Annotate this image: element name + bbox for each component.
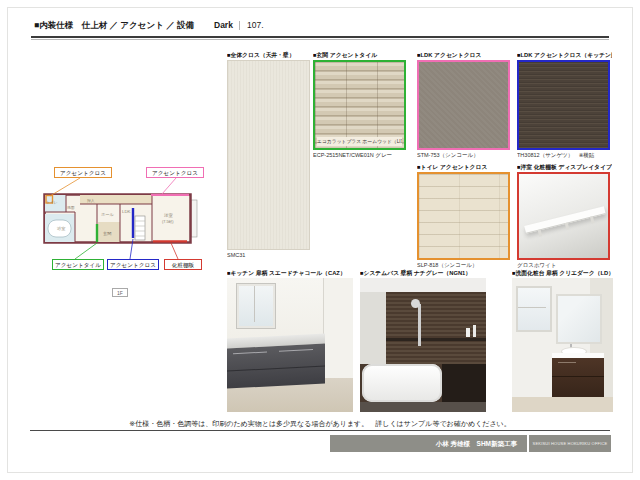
room-bath: 浴室 [56, 226, 65, 231]
swatch-header-entrance-tile: ■玄関 アクセントタイル [313, 51, 407, 60]
spec-sheet-page: ■内装仕様 仕上材 ／ アクセント ／ 設備 Dark 107. [0, 0, 640, 480]
room-ldk: LDK [122, 209, 131, 214]
swatch-header-base-cloth: ■全体クロス（天井・壁） [227, 51, 311, 60]
bath-bottle [473, 325, 476, 337]
floor-plan-drawing: トイレ 洗面 浴室 押入 ホール 玄関 LDK 洋室 (7.5帖) [40, 160, 215, 305]
swatch-caption-kitchen-wall: TH30812（サンゲツ） ※横貼 [517, 152, 612, 159]
plan-label-accent-cross-blue: アクセントクロス [107, 259, 159, 270]
leader-pink [162, 178, 176, 194]
bath-floor [360, 402, 486, 412]
floor-plan: トイレ 洗面 浴室 押入 ホール 玄関 LDK 洋室 (7.5帖) アクセントク… [40, 160, 215, 305]
shelf-peg [590, 216, 595, 224]
vanity-cabinet [552, 358, 604, 397]
window-mullion [518, 307, 546, 308]
leader-red [171, 243, 178, 259]
swatch-header-ldk-cross: ■LDK アクセントクロス [417, 51, 511, 60]
kitchen-cabinet-front [227, 343, 325, 388]
bathtub [362, 364, 442, 402]
window-mullion [254, 286, 255, 322]
header-rule [31, 36, 609, 38]
swatch-kitchen-wall [517, 60, 610, 150]
variant-label: Dark [214, 20, 233, 30]
swatch-caption-toilet-cross: SLP-818（シンコール） [417, 262, 511, 269]
swatch-header-kitchen-wall: ■LDK アクセントクロス（キッチン腰壁） [517, 51, 612, 60]
shower-column [418, 304, 421, 346]
room-hall: ホール [101, 212, 114, 217]
plan-label-accent-cross-pink: アクセントクロス [146, 167, 204, 178]
kitchen-photo [227, 278, 353, 412]
swatch-caption-ldk-cross: STM-753（シンコール） [417, 152, 511, 159]
leader-green [75, 243, 97, 259]
room-west-size: (7.5帖) [162, 219, 174, 224]
swatch-ldk-cross [417, 60, 510, 150]
floor-tag: 1F [112, 288, 128, 297]
vanity-mirror [556, 294, 602, 344]
swatch-caption-entrance-tile: ECP-2515NET/CWE01N グレー [313, 152, 409, 159]
photo-header-bath: ■システムバス 壁柄 ナチグレー（NGN1） [360, 269, 486, 278]
vanity-photo [512, 278, 613, 412]
plan-label-accent-cross-orange: アクセントクロス [54, 167, 112, 178]
bath-left-wall [360, 292, 386, 364]
balcony [191, 200, 197, 237]
swatch-entrance-tile: エコカラットプラス ホームウッド（LIXIL） [313, 60, 406, 150]
footer-bar: 小林 秀雄様 SHM新築工事 SEKISUI HOUSE HOKURIKU OF… [330, 435, 611, 452]
room-west: 洋室 [164, 213, 173, 218]
shelf-peg [565, 222, 570, 230]
swatch-product-entrance-tile: エコカラットプラス ホームウッド（LIXIL） [317, 137, 402, 146]
vanity-drawer-line [552, 376, 604, 377]
swatch-caption-display-shelf: グロスホワイト [517, 262, 612, 269]
room-toilet: トイレ [46, 200, 58, 205]
room-closet: 押入 [87, 198, 95, 203]
cabinet-handle [279, 349, 313, 352]
vanity-floor [512, 397, 613, 412]
cabinet-handle [233, 351, 267, 354]
bath-photo [360, 278, 486, 412]
swatch-toilet-cross [417, 172, 510, 260]
bath-ledge [386, 338, 486, 341]
shelf-peg [538, 229, 543, 237]
kitchen-window [237, 284, 275, 328]
page-number: 107. [247, 20, 264, 30]
kitchen-counter-plan [135, 216, 145, 240]
shelf-board-shape [524, 206, 605, 234]
photo-header-vanity: ■洗面化粧台 扉柄 クリエダーク（LD） [512, 269, 613, 278]
disclaimer-text: ※仕様・色柄・色調等は、印刷のため実物とは多少異なる場合があります。 詳しくはサ… [30, 419, 610, 429]
bottom-rule [30, 430, 610, 431]
room-wash: 洗面 [67, 205, 75, 210]
photo-header-kitchen: ■キッチン 扉柄 スエードチャコール（CAZ） [227, 269, 353, 278]
shower-head [411, 299, 420, 308]
plan-label-shelf-red: 化粧棚板 [164, 259, 202, 270]
swatch-caption-base-cloth: SMC31 [227, 252, 311, 258]
vanity-window [516, 286, 552, 332]
header-rule-thin [31, 39, 609, 40]
swatch-base-cloth [227, 60, 310, 250]
swatch-header-display-shelf: ■洋室 化粧棚板 ディスプレイタイプ [517, 163, 612, 172]
cabinet-drawer-line [227, 365, 325, 371]
kitchen-tall-cabinet [323, 278, 353, 378]
page-title: ■内装仕様 仕上材 ／ アクセント ／ 設備 [34, 20, 194, 32]
vanity-handle [558, 362, 576, 363]
plan-label-accent-tile-green: アクセントタイル [52, 259, 104, 270]
bath-bottle [466, 328, 470, 337]
room-entry: 玄関 [103, 231, 111, 236]
swatch-header-toilet-cross: ■トイレ アクセントクロス [417, 163, 511, 172]
header-divider [239, 21, 240, 30]
bath-accent-wall [386, 292, 486, 366]
bath-ceiling [360, 278, 486, 292]
swatch-display-shelf [517, 172, 610, 260]
footer-client-name: 小林 秀雄様 SHM新築工事 [330, 435, 527, 452]
footer-office-name: SEKISUI HOUSE HOKURIKU OFFICE [529, 435, 611, 452]
